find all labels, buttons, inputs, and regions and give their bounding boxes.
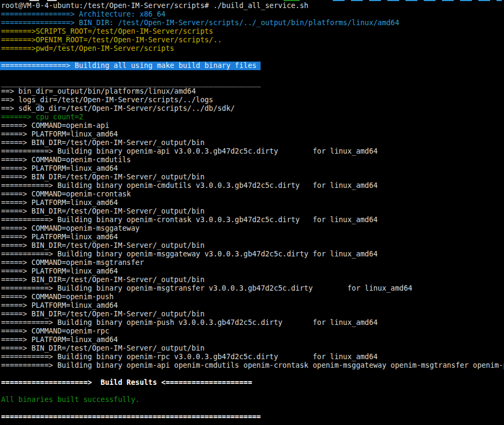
terminal-line: ===========> Building binary openim-msgt… (1, 284, 504, 293)
terminal-line: =====> BIN_DIR=/test/Open-IM-Server/_out… (1, 241, 504, 250)
terminal-line: ________________________________________… (1, 79, 504, 87)
terminal-line: =======>SCRIPTS_ROOT=/test/Open-IM-Serve… (1, 27, 504, 36)
terminal-line: ===========> Building binary openim-cron… (1, 216, 504, 224)
terminal-line: =====> COMMAND=openim-msgtransfer (1, 259, 504, 267)
terminal-line: =====> COMMAND=openim-crontask (1, 190, 504, 199)
build-banner-text: ===============> Building all using make… (0, 62, 261, 70)
terminal-line: ===========> Building binary openim-push… (1, 318, 504, 327)
terminal-line: =====> PLATFORM=linux_amd64 (1, 267, 504, 276)
terminal-line: All binaries built successfully. (1, 396, 504, 404)
terminal-line (1, 370, 504, 378)
terminal-line: ====================> Build Results <===… (1, 378, 504, 387)
terminal-line (1, 70, 504, 79)
terminal-line: =====> BIN_DIR=/test/Open-IM-Server/_out… (1, 276, 504, 284)
terminal-line: =====> BIN_DIR=/test/Open-IM-Server/_out… (1, 310, 504, 318)
terminal-line: ======> cpu_count=2 (1, 113, 504, 122)
terminal-line (1, 53, 504, 62)
terminal-line (1, 387, 504, 396)
terminal-line: root@VM-0-4-ubuntu:/test/Open-IM-Server/… (1, 2, 504, 10)
terminal-line: ===========> Building binary openim-api … (1, 361, 504, 370)
terminal-line: ===========> Building binary openim-rpc … (1, 353, 504, 361)
terminal-line: =====> PLATFORM=linux_amd64 (1, 233, 504, 241)
terminal-line: ================> BIN_DIR: /test/Open-IM… (1, 19, 504, 27)
terminal-line: ===========> Building binary openim-cmdu… (1, 181, 504, 190)
terminal-line-banner: ===============> Building all using make… (1, 62, 504, 70)
terminal-line: =======>OPENIM_ROOT=/test/Open-IM-Server… (1, 36, 504, 44)
clipped-text-fragment (284, 0, 300, 1)
terminal-line: =====> BIN_DIR=/test/Open-IM-Server/_out… (1, 173, 504, 181)
terminal-line: ==> bin_dir=_output/bin/platforms/linux/… (1, 87, 504, 96)
terminal-line (1, 404, 504, 413)
clipped-text-fragment (333, 0, 502, 1)
terminal-output: root@VM-0-4-ubuntu:/test/Open-IM-Server/… (1, 2, 504, 421)
terminal-line: =====> BIN_DIR=/test/Open-IM-Server/_out… (1, 344, 504, 353)
terminal-line: =====> BIN_DIR=/test/Open-IM-Server/_out… (1, 139, 504, 147)
terminal-line: =====> COMMAND=openim-push (1, 293, 504, 301)
terminal-line: ===========> Building binary openim-api … (1, 147, 504, 156)
terminal-line: =====> BIN_DIR=/test/Open-IM-Server/_out… (1, 207, 504, 216)
terminal-line: =====> COMMAND=openim-msggateway (1, 224, 504, 233)
terminal-line: ==> logs_dir=/test/Open-IM-Server/script… (1, 96, 504, 104)
terminal-line: =====> PLATFORM=linux_amd64 (1, 130, 504, 139)
terminal-line: =====> COMMAND=openim-api (1, 122, 504, 130)
clipped-text-fragment (29, 0, 39, 1)
terminal-line: ==> sdk_db_dir=/test/Open-IM-Server/scri… (1, 104, 504, 113)
terminal-line: =====> PLATFORM=linux_amd64 (1, 164, 504, 173)
terminal-line: =====> PLATFORM=linux_amd64 (1, 336, 504, 344)
terminal-line: ===========> Building binary openim-msgg… (1, 250, 504, 259)
clipped-text-fragment (47, 0, 57, 1)
terminal-line: ================> Architecture: x86_64 (1, 10, 504, 19)
terminal-line: =====> PLATFORM=linux_amd64 (1, 199, 504, 207)
terminal-line: =====> PLATFORM=linux_amd64 (1, 301, 504, 310)
terminal-line: =====> COMMAND=openim-cmdutils (1, 156, 504, 164)
terminal-line: =======>pwd=/test/Open-IM-Server/scripts (1, 44, 504, 53)
terminal-line: =====> COMMAND=openim-rpc (1, 327, 504, 336)
clipped-previous-line (0, 0, 504, 1)
terminal-line: ========================================… (1, 413, 504, 421)
terminal-screen[interactable]: root@VM-0-4-ubuntu:/test/Open-IM-Server/… (0, 0, 504, 425)
